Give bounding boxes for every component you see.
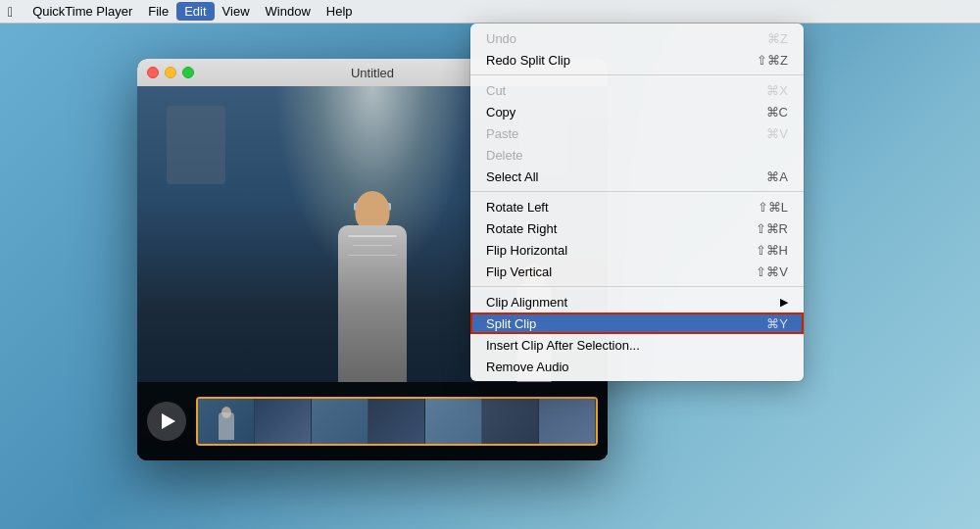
menu-label-remove-audio: Remove Audio <box>486 360 569 374</box>
suit-detail-2 <box>353 245 392 246</box>
menu-item-flip-vertical[interactable]: Flip Vertical ⇧⌘V <box>470 261 804 282</box>
maximize-button[interactable] <box>182 67 194 78</box>
minimize-button[interactable] <box>165 67 176 78</box>
edit-menu: Undo ⌘Z Redo Split Clip ⇧⌘Z Cut ⌘X Copy … <box>470 24 804 381</box>
film-frame-7 <box>539 399 596 444</box>
menu-shortcut-paste: ⌘V <box>766 126 788 141</box>
menu-item-split-clip[interactable]: Split Clip ⌘Y <box>470 313 804 334</box>
menu-shortcut-rotate-right: ⇧⌘R <box>756 221 788 236</box>
menu-shortcut-cut: ⌘X <box>766 83 788 98</box>
menubar-edit[interactable]: Edit <box>176 2 214 21</box>
figure-head <box>356 191 390 230</box>
menu-item-redo-split[interactable]: Redo Split Clip ⇧⌘Z <box>470 49 804 71</box>
menu-label-insert-clip: Insert Clip After Selection... <box>486 338 640 353</box>
separator-1 <box>470 74 804 75</box>
close-button[interactable] <box>147 67 159 78</box>
menu-item-rotate-right[interactable]: Rotate Right ⇧⌘R <box>470 217 804 239</box>
menu-label-delete: Delete <box>486 148 523 163</box>
menubar-quicktime[interactable]: QuickTime Player <box>24 2 140 21</box>
figure-body <box>338 225 407 382</box>
menu-item-remove-audio[interactable]: Remove Audio <box>470 356 804 377</box>
traffic-lights <box>147 67 194 78</box>
menu-item-rotate-left[interactable]: Rotate Left ⇧⌘L <box>470 196 804 217</box>
menu-item-undo[interactable]: Undo ⌘Z <box>470 27 804 49</box>
bg-element-1 <box>167 106 225 184</box>
timeline[interactable] <box>196 397 598 446</box>
menu-label-flip-vertical: Flip Vertical <box>486 264 552 279</box>
menu-shortcut-select-all: ⌘A <box>766 169 788 184</box>
film-frame-5 <box>425 399 482 444</box>
menu-shortcut-flip-vertical: ⇧⌘V <box>756 264 788 279</box>
suit-detail-3 <box>348 255 397 256</box>
menu-label-redo-split: Redo Split Clip <box>486 53 570 68</box>
desktop:  QuickTime Player File Edit View Window… <box>0 0 980 529</box>
menu-label-select-all: Select All <box>486 169 538 184</box>
menu-item-delete[interactable]: Delete <box>470 144 804 166</box>
menu-label-rotate-left: Rotate Left <box>486 200 549 215</box>
menubar-file[interactable]: File <box>140 2 176 21</box>
separator-3 <box>470 286 804 287</box>
menubar-view[interactable]: View <box>215 2 258 21</box>
separator-2 <box>470 191 804 192</box>
figure <box>314 167 431 382</box>
suit-detail-1 <box>348 235 397 237</box>
menu-label-rotate-right: Rotate Right <box>486 221 557 236</box>
film-frame-2 <box>255 399 312 444</box>
menu-label-flip-horizontal: Flip Horizontal <box>486 243 567 258</box>
playback-controls <box>137 382 608 460</box>
play-icon <box>162 413 175 429</box>
menu-item-cut[interactable]: Cut ⌘X <box>470 79 804 101</box>
menu-item-flip-horizontal[interactable]: Flip Horizontal ⇧⌘H <box>470 239 804 261</box>
menu-label-split-clip: Split Clip <box>486 316 536 331</box>
menu-shortcut-copy: ⌘C <box>766 105 788 120</box>
filmstrip <box>198 399 596 444</box>
menu-label-cut: Cut <box>486 83 506 98</box>
apple-menu-icon[interactable]:  <box>8 4 13 20</box>
menu-item-copy[interactable]: Copy ⌘C <box>470 101 804 122</box>
menu-item-insert-clip[interactable]: Insert Clip After Selection... <box>470 334 804 356</box>
menu-label-copy: Copy <box>486 105 515 120</box>
menu-label-paste: Paste <box>486 126 518 141</box>
menu-shortcut-flip-horizontal: ⇧⌘H <box>756 243 788 258</box>
menu-label-clip-alignment: Clip Alignment <box>486 295 567 310</box>
menu-label-undo: Undo <box>486 31 516 46</box>
film-frame-1 <box>198 399 255 444</box>
menu-shortcut-undo: ⌘Z <box>767 31 788 46</box>
menu-item-clip-alignment[interactable]: Clip Alignment ▶ <box>470 291 804 313</box>
film-frame-6 <box>482 399 539 444</box>
menu-shortcut-redo-split: ⇧⌘Z <box>757 53 788 68</box>
menu-shortcut-rotate-left: ⇧⌘L <box>758 200 788 215</box>
film-frame-4 <box>368 399 425 444</box>
mini-figure-body <box>219 412 234 440</box>
submenu-arrow-icon: ▶ <box>780 296 788 309</box>
film-frame-3 <box>312 399 368 444</box>
menubar-help[interactable]: Help <box>318 2 361 21</box>
menu-shortcut-split-clip: ⌘Y <box>766 316 788 331</box>
play-button[interactable] <box>147 402 186 441</box>
window-title: Untitled <box>351 66 394 80</box>
menu-item-select-all[interactable]: Select All ⌘A <box>470 166 804 187</box>
menubar:  QuickTime Player File Edit View Window… <box>0 0 980 24</box>
menubar-window[interactable]: Window <box>258 2 318 21</box>
menu-item-paste[interactable]: Paste ⌘V <box>470 122 804 144</box>
